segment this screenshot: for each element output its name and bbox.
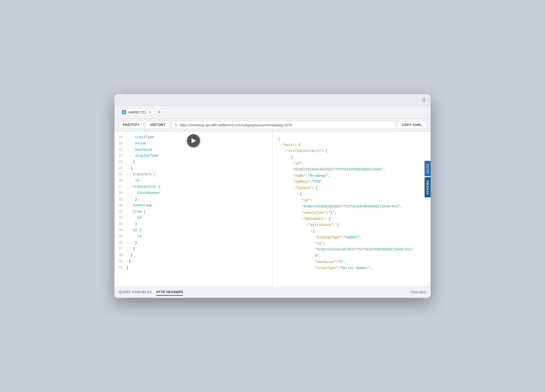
code-line-37: 37 } xyxy=(114,246,272,252)
json-colon-displaytype: : xyxy=(342,235,344,240)
json-colon-id1: : xyxy=(301,161,304,167)
json-colon-symbol: : xyxy=(310,179,312,185)
line-num-33: 33 xyxy=(114,222,125,227)
code-line-35: 35 id xyxy=(114,234,272,240)
json-key-erc721: "erc721Contracts" xyxy=(287,148,322,154)
side-buttons: DOCS SCHEMA xyxy=(425,161,431,197)
json-key-id3: "id" xyxy=(315,241,323,247)
json-key-attributes: "attributes" xyxy=(308,222,333,228)
code-line-24: 24 } xyxy=(114,165,272,171)
json-key-identifier: "identifier" xyxy=(302,210,326,216)
right-panel: DOCS SCHEMA ▾ { ▾ "data" : { ▾ " xyxy=(272,131,431,287)
collapse-arrow-4[interactable]: ▾ xyxy=(289,155,290,160)
line-content-33: } xyxy=(125,221,272,227)
json-val-identifier: "1", xyxy=(329,210,337,216)
json-line-19: "0x92c5323e6c851861f7f2f58183f0916009272… xyxy=(276,247,427,253)
url-bar: ↻ https://metadog-api-aff0.settlemint.co… xyxy=(172,121,395,129)
code-line-26: 26 id xyxy=(114,178,272,184)
json-line-13: "identifier" : "1", xyxy=(276,210,427,216)
line-num-23: 23 xyxy=(114,160,125,165)
line-num-21: 21 xyxy=(114,147,125,152)
line-content-40: } xyxy=(125,265,272,271)
json-brace-10: { xyxy=(300,192,302,197)
json-line-2: ▾ "data" : { xyxy=(276,142,427,148)
json-line-4: ▾ { xyxy=(276,154,427,161)
line-content-39: } xyxy=(125,259,272,264)
line-content-24: } xyxy=(125,166,272,171)
line-num-20: 20 xyxy=(114,141,125,146)
json-line-21: "maxValue" : "5", xyxy=(276,259,427,265)
add-tab-button[interactable]: + xyxy=(157,109,162,115)
code-line-32: 32 id xyxy=(114,215,272,221)
collapse-arrow-15[interactable]: ▾ xyxy=(306,223,308,228)
code-line-33: 33 } xyxy=(114,221,272,227)
code-line-27: 27 transaction { xyxy=(114,184,272,190)
line-content-35: id xyxy=(125,234,272,240)
line-content-32: id xyxy=(125,215,272,221)
json-key-traittype: "traitType" xyxy=(315,265,338,271)
line-num-38: 38 xyxy=(114,253,125,258)
json-line-9: ▾ "tokens" : [ xyxy=(276,185,427,191)
copy-curl-button[interactable]: COPY CURL xyxy=(398,121,426,129)
collapse-arrow-2[interactable]: ▾ xyxy=(280,143,282,148)
json-line-20: 0", xyxy=(276,253,427,259)
url-text: https://metadog-api-aff0.settlemint.com/… xyxy=(180,123,292,127)
title-bar: ⚙ xyxy=(114,94,431,106)
code-line-22: 22 displayType xyxy=(114,153,272,159)
line-content-21: maxValue xyxy=(125,147,272,153)
bottom-bar: QUERY VARIABLES HTTP HEADERS TRACING xyxy=(114,287,431,298)
code-editor: 19 traitType 20 value 21 maxValue 22 xyxy=(114,134,272,271)
history-button[interactable]: HISTORY xyxy=(146,121,169,129)
tab-listERC721[interactable]: Q listERC721 ✕ xyxy=(119,109,155,116)
code-line-29: 29 } xyxy=(114,196,272,203)
app-window: ⚙ Q listERC721 ✕ + PRETTIFY HISTORY ↻ ht… xyxy=(114,94,431,298)
action-bar: PRETTIFY HISTORY ↻ https://metadog-api-a… xyxy=(114,119,431,131)
line-content-28: blockNumber xyxy=(125,190,272,196)
docs-button[interactable]: DOCS xyxy=(425,161,431,176)
json-line-8: "symbol" : "MTD", xyxy=(276,179,427,185)
json-key-data: "data" xyxy=(282,142,295,148)
code-line-21: 21 maxValue xyxy=(114,147,272,153)
code-line-31: 31 from { xyxy=(114,209,272,215)
json-colon-id2: : xyxy=(310,198,312,203)
collapse-arrow-3[interactable]: ▾ xyxy=(284,149,286,154)
json-brace-4: { xyxy=(291,155,293,160)
gear-icon[interactable]: ⚙ xyxy=(422,97,426,103)
tab-http-headers[interactable]: HTTP HEADERS xyxy=(156,289,183,296)
json-key-id1: "id" xyxy=(293,161,301,167)
collapse-arrow-10[interactable]: ▾ xyxy=(298,192,299,197)
json-key-maxvalue: "maxValue" xyxy=(315,259,335,265)
line-content-31: from { xyxy=(125,209,272,215)
collapse-arrow-14[interactable]: ▾ xyxy=(302,217,304,222)
json-key-name: "name" xyxy=(293,173,305,179)
close-tab-icon[interactable]: ✕ xyxy=(149,110,152,114)
json-line-11: "id" : xyxy=(276,197,427,204)
execute-button[interactable] xyxy=(187,134,200,147)
json-line-10: ▾ { xyxy=(276,191,427,198)
left-panel: 19 traitType 20 value 21 maxValue 22 xyxy=(114,131,272,287)
line-num-32: 32 xyxy=(114,215,125,220)
schema-button[interactable]: SCHEMA xyxy=(425,177,431,197)
line-num-35: 35 xyxy=(114,234,125,239)
collapse-arrow-9[interactable]: ▾ xyxy=(293,186,295,191)
code-line-28: 28 blockNumber xyxy=(114,190,272,196)
collapse-arrow-1[interactable]: ▾ xyxy=(276,137,277,142)
json-brace-16: { xyxy=(313,228,315,234)
main-content: 19 traitType 20 value 21 maxValue 22 xyxy=(114,131,431,287)
json-key-metadata: "metadata" xyxy=(304,216,325,222)
tracing-button[interactable]: TRACING xyxy=(410,290,426,294)
json-val-traittype: "Serial Number", xyxy=(340,265,372,271)
line-num-37: 37 xyxy=(114,246,125,252)
json-key-id2: "id" xyxy=(302,198,310,203)
json-brace-1: { xyxy=(278,136,280,142)
line-num-24: 24 xyxy=(114,166,125,171)
collapse-arrow-16[interactable]: ▾ xyxy=(311,229,312,234)
json-key-displaytype: "displayType" xyxy=(315,235,342,240)
json-line-5: "id" : xyxy=(276,161,427,167)
json-line-7: "name" : "MetaDogs", xyxy=(276,173,427,179)
refresh-icon: ↻ xyxy=(175,123,178,127)
tab-query-variables[interactable]: QUERY VARIABLES xyxy=(119,289,152,296)
prettify-button[interactable]: PRETTIFY xyxy=(119,121,144,129)
json-colon-identifier: : xyxy=(326,210,329,216)
json-colon-id3: : xyxy=(323,241,325,247)
